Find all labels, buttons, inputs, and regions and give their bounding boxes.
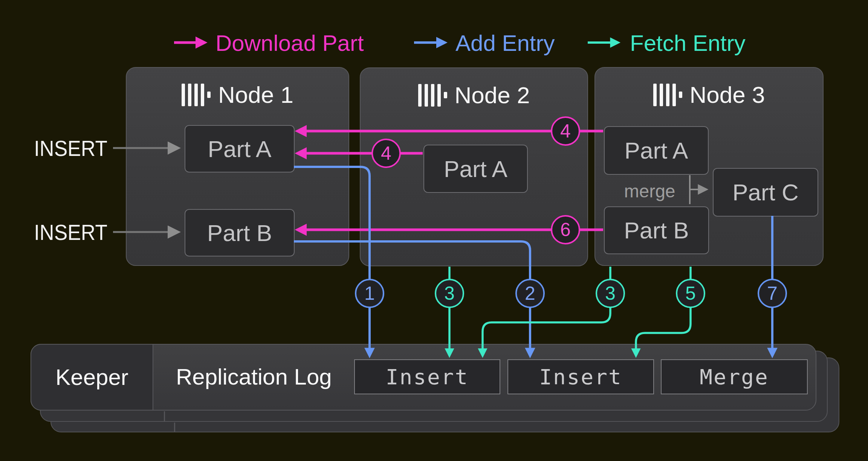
node-1-part-b: Part B: [185, 209, 295, 256]
part-label: Part B: [624, 217, 689, 244]
clickhouse-bars-icon: [182, 84, 211, 106]
badge-download-6: 6: [551, 215, 580, 244]
node-2-title: Node 2: [361, 82, 587, 108]
node-3-part-c: Part C: [713, 168, 818, 217]
part-label: Part A: [625, 137, 688, 164]
badge-download-4-b: 4: [551, 116, 580, 146]
badge-fetch-entry-3-a: 3: [435, 279, 464, 308]
log-entry-insert-1: Insert: [354, 359, 500, 394]
part-label: Part A: [208, 136, 272, 162]
log-entry-insert-2: Insert: [507, 359, 654, 394]
log-entry-label: Insert: [539, 365, 622, 389]
keeper-box: Keeper: [31, 344, 153, 411]
log-layer-divider: [174, 423, 175, 432]
badge-add-entry-2: 2: [515, 279, 545, 308]
insert-label-1: INSERT: [28, 136, 107, 161]
node-3-title-text: Node 3: [690, 81, 765, 108]
merge-label: merge: [619, 181, 681, 201]
log-entry-label: Merge: [700, 365, 769, 389]
badge-download-4-a: 4: [371, 139, 401, 168]
part-label: Part B: [207, 220, 272, 246]
node-3-part-b: Part B: [604, 206, 709, 254]
node-3-title: Node 3: [595, 81, 823, 108]
legend-download-part: Download Part: [215, 30, 364, 56]
keeper-label: Keeper: [55, 364, 128, 390]
clickhouse-bars-icon: [418, 84, 447, 107]
part-label: Part C: [732, 179, 799, 206]
insert-label-2: INSERT: [28, 220, 107, 245]
part-label: Part A: [444, 156, 507, 182]
log-layer-divider: [164, 411, 165, 421]
badge-add-entry-7: 7: [758, 279, 787, 308]
fetch-entry-line-3b: [483, 267, 610, 350]
legend-fetch-entry: Fetch Entry: [630, 30, 746, 56]
node-3: Node 3 Part A merge Part B Part C: [594, 67, 824, 266]
badge-add-entry-1: 1: [355, 279, 384, 308]
add-entry-arrow-icon: [413, 36, 451, 50]
replication-diagram: Download Part Add Entry Fetch Entry INSE…: [0, 0, 868, 461]
download-part-arrow-icon: [173, 36, 211, 50]
node-2-title-text: Node 2: [455, 82, 530, 108]
node-3-part-a: Part A: [604, 126, 709, 175]
fetch-entry-line-5: [636, 267, 691, 350]
node-1: Node 1 Part A Part B: [126, 67, 349, 266]
badge-fetch-entry-3-b: 3: [596, 279, 625, 308]
clickhouse-bars-icon: [653, 84, 682, 106]
log-entry-label: Insert: [386, 365, 469, 389]
legend-add-entry: Add Entry: [455, 30, 555, 56]
log-entry-merge: Merge: [661, 359, 808, 394]
node-1-title: Node 1: [127, 81, 348, 108]
node-1-title-text: Node 1: [218, 81, 293, 108]
badge-fetch-entry-5: 5: [676, 279, 705, 308]
node-1-part-a: Part A: [185, 125, 295, 172]
node-2-part-a: Part A: [423, 145, 528, 193]
fetch-entry-arrow-icon: [587, 36, 624, 50]
replication-log-title: Replication Log: [176, 364, 332, 390]
